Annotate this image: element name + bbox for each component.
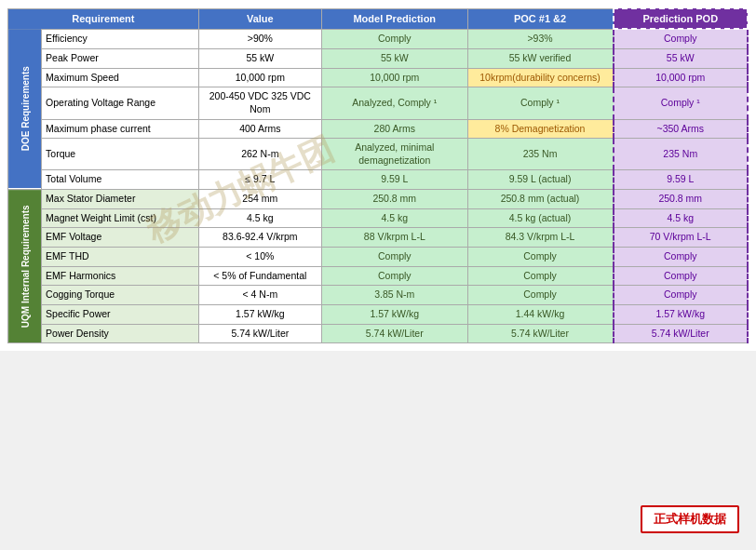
req-name-cell: Cogging Torque: [42, 286, 199, 305]
model-cell: 10,000 rpm: [322, 68, 467, 87]
table-row: Total Volume≤ 9.7 L9.59 L9.59 L (actual)…: [8, 170, 749, 190]
req-name-cell: Total Volume: [42, 170, 199, 190]
poc-cell: 10krpm(durability concerns): [467, 68, 613, 87]
req-name-cell: Maximum Speed: [42, 68, 199, 87]
table-row: Torque262 N-mAnalyzed, minimal demagneti…: [8, 139, 749, 170]
value-cell: >90%: [198, 29, 321, 48]
pred-pod-cell: 10,000 rpm: [614, 68, 749, 87]
pred-pod-cell: Comply: [614, 286, 749, 305]
pred-pod-cell: 250.8 mm: [614, 190, 749, 209]
value-cell: 55 kW: [198, 48, 321, 68]
header-poc: POC #1 &2: [467, 8, 613, 29]
poc-cell: 1.44 kW/kg: [467, 304, 613, 324]
value-cell: 1.57 kW/kg: [198, 304, 321, 324]
model-cell: 1.57 kW/kg: [322, 304, 467, 324]
poc-cell: 84.3 V/krpm L-L: [467, 228, 613, 248]
value-cell: 5.74 kW/Liter: [198, 324, 321, 343]
model-cell: 4.5 kg: [322, 208, 467, 228]
poc-cell: 55 kW verified: [467, 48, 613, 68]
pred-pod-cell: 70 V/krpm L-L: [614, 228, 749, 248]
req-name-cell: Max Stator Diameter: [42, 190, 199, 209]
value-cell: < 4 N-m: [198, 286, 321, 305]
table-row: DOE RequirementsEfficiency>90%Comply>93%…: [8, 29, 749, 48]
pred-pod-cell: Comply ¹: [614, 87, 749, 119]
table-row: Operating Voltage Range200-450 VDC 325 V…: [8, 87, 749, 119]
table-row: Magnet Weight Limit (cst)4.5 kg4.5 kg4.5…: [8, 208, 749, 228]
pred-pod-cell: 5.74 kW/Liter: [614, 324, 749, 343]
header-value: Value: [198, 8, 321, 29]
req-name-cell: Operating Voltage Range: [42, 87, 199, 119]
table-row: Maximum Speed10,000 rpm10,000 rpm10krpm(…: [8, 68, 749, 87]
req-name-cell: EMF THD: [42, 247, 199, 266]
pred-pod-cell: 55 kW: [614, 48, 749, 68]
model-cell: Analyzed, Comply ¹: [322, 87, 467, 119]
table-row: Power Density5.74 kW/Liter5.74 kW/Liter5…: [8, 324, 749, 343]
table-row: Cogging Torque< 4 N-m3.85 N-mComplyCompl…: [8, 286, 749, 305]
model-cell: Comply: [322, 29, 467, 48]
value-cell: < 10%: [198, 247, 321, 266]
poc-cell: 5.74 kW/Liter: [467, 324, 613, 343]
model-cell: 280 Arms: [322, 119, 467, 139]
poc-cell: 235 Nm: [467, 139, 613, 170]
value-cell: 83.6-92.4 V/krpm: [198, 228, 321, 248]
table-row: Maximum phase current400 Arms280 Arms8% …: [8, 119, 749, 139]
poc-cell: 4.5 kg (actual): [467, 208, 613, 228]
model-cell: 88 V/krpm L-L: [322, 228, 467, 248]
poc-cell: Comply: [467, 286, 613, 305]
pred-pod-cell: Comply: [614, 266, 749, 286]
value-cell: < 5% of Fundamental: [198, 266, 321, 286]
req-name-cell: Efficiency: [42, 29, 199, 48]
value-cell: ≤ 9.7 L: [198, 170, 321, 190]
poc-cell: 9.59 L (actual): [467, 170, 613, 190]
req-name-cell: Torque: [42, 139, 199, 170]
req-name-cell: Peak Power: [42, 48, 199, 68]
pred-pod-cell: ~350 Arms: [614, 119, 749, 139]
table-row: EMF THD< 10%ComplyComplyComply: [8, 247, 749, 266]
model-cell: Comply: [322, 247, 467, 266]
table-row: EMF Harmonics< 5% of FundamentalComplyCo…: [8, 266, 749, 286]
poc-cell: 8% Demagnetization: [467, 119, 613, 139]
table-row: UQM Internal RequirementsMax Stator Diam…: [8, 190, 749, 209]
poc-cell: Comply: [467, 266, 613, 286]
req-name-cell: EMF Harmonics: [42, 266, 199, 286]
footnote-box: 正式样机数据: [641, 505, 739, 533]
uqm-group-header: UQM Internal Requirements: [8, 190, 42, 343]
table-row: Peak Power55 kW55 kW55 kW verified55 kW: [8, 48, 749, 68]
value-cell: 262 N-m: [198, 139, 321, 170]
page-wrapper: Requirement Value Model Prediction POC #…: [0, 0, 756, 351]
req-name-cell: Maximum phase current: [42, 119, 199, 139]
pred-pod-cell: Comply: [614, 29, 749, 48]
req-name-cell: Power Density: [42, 324, 199, 343]
main-table: Requirement Value Model Prediction POC #…: [7, 7, 749, 343]
req-name-cell: EMF Voltage: [42, 228, 199, 248]
header-model: Model Prediction: [322, 8, 467, 29]
table-row: Specific Power1.57 kW/kg1.57 kW/kg1.44 k…: [8, 304, 749, 324]
header-pred-pod: Prediction POD: [614, 8, 749, 29]
doe-group-header: DOE Requirements: [8, 29, 42, 189]
model-cell: 9.59 L: [322, 170, 467, 190]
value-cell: 4.5 kg: [198, 208, 321, 228]
pred-pod-cell: 235 Nm: [614, 139, 749, 170]
poc-cell: 250.8 mm (actual): [467, 190, 613, 209]
poc-cell: >93%: [467, 29, 613, 48]
pred-pod-cell: 4.5 kg: [614, 208, 749, 228]
model-cell: 55 kW: [322, 48, 467, 68]
value-cell: 200-450 VDC 325 VDC Nom: [198, 87, 321, 119]
model-cell: 5.74 kW/Liter: [322, 324, 467, 343]
header-requirement: Requirement: [8, 8, 199, 29]
pred-pod-cell: 1.57 kW/kg: [614, 304, 749, 324]
req-name-cell: Specific Power: [42, 304, 199, 324]
pred-pod-cell: 9.59 L: [614, 170, 749, 190]
model-cell: 3.85 N-m: [322, 286, 467, 305]
table-row: EMF Voltage83.6-92.4 V/krpm88 V/krpm L-L…: [8, 228, 749, 248]
model-cell: Comply: [322, 266, 467, 286]
value-cell: 400 Arms: [198, 119, 321, 139]
poc-cell: Comply: [467, 247, 613, 266]
model-cell: 250.8 mm: [322, 190, 467, 209]
req-name-cell: Magnet Weight Limit (cst): [42, 208, 199, 228]
model-cell: Analyzed, minimal demagnetization: [322, 139, 467, 170]
pred-pod-cell: Comply: [614, 247, 749, 266]
poc-cell: Comply ¹: [467, 87, 613, 119]
value-cell: 254 mm: [198, 190, 321, 209]
value-cell: 10,000 rpm: [198, 68, 321, 87]
